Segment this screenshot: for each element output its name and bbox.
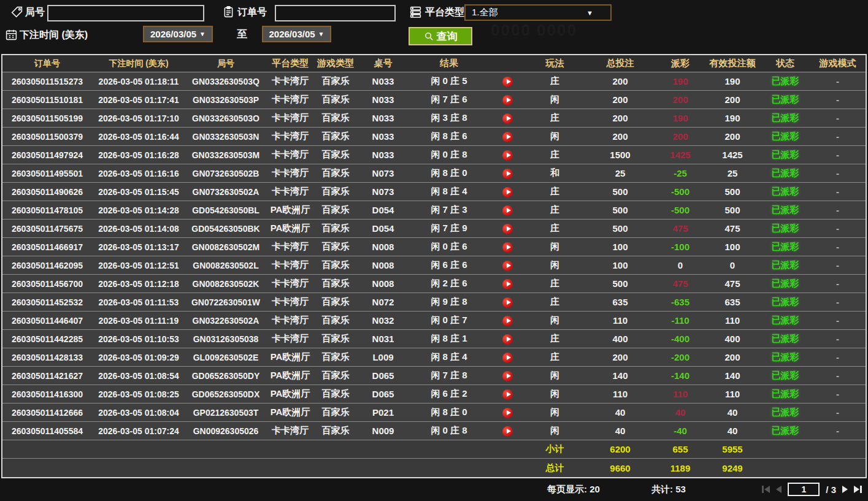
replay-icon[interactable]	[502, 77, 513, 87]
table-row: 2603050114906262026-03-05 01:15:45GN0732…	[2, 183, 866, 201]
replay-icon[interactable]	[502, 187, 513, 197]
cell-platform: PA欧洲厅	[266, 388, 314, 400]
cell-table: N008	[357, 278, 409, 289]
replay-icon[interactable]	[502, 316, 513, 326]
replay-icon[interactable]	[502, 113, 513, 124]
cell-valid: 200	[704, 94, 761, 105]
last-page-button[interactable]	[854, 486, 862, 493]
next-page-button[interactable]	[842, 486, 848, 493]
cell-mode: -	[810, 186, 866, 197]
cell-order: 260305011495501	[2, 169, 92, 178]
cell-game: 百家乐	[314, 407, 357, 418]
cell-table: N008	[357, 242, 409, 252]
cell-table: N009	[357, 426, 409, 436]
cell-round: GN0082630502K	[185, 279, 266, 289]
cell-platform: 卡卡湾厅	[266, 131, 314, 142]
replay-icon[interactable]	[502, 408, 513, 418]
replay-icon[interactable]	[502, 95, 513, 105]
replay-icon[interactable]	[502, 353, 513, 363]
replay-icon[interactable]	[502, 242, 513, 253]
cell-valid: 40	[704, 426, 761, 436]
replay-icon[interactable]	[502, 426, 513, 437]
replay-icon[interactable]	[502, 297, 513, 308]
column-header: 派彩	[656, 58, 704, 69]
platform-type-value: 1.全部	[472, 7, 498, 18]
cell-time: 2026-03-05 01:17:10	[92, 113, 185, 123]
column-header: 玩法	[526, 58, 584, 69]
cell-status: 已派彩	[761, 112, 810, 124]
cell-valid: 110	[704, 315, 761, 326]
first-page-button[interactable]	[762, 486, 770, 493]
page-number-input[interactable]	[788, 483, 820, 496]
replay-icon[interactable]	[502, 334, 513, 345]
cell-table: N072	[357, 297, 409, 307]
replay-icon[interactable]	[502, 150, 513, 161]
cell-play: 庄	[526, 186, 584, 197]
cell-replay	[489, 112, 526, 124]
cell-bet: 200	[584, 131, 656, 142]
cell-time: 2026-03-05 01:16:28	[92, 150, 185, 160]
replay-icon[interactable]	[502, 389, 513, 400]
cell-game: 百家乐	[314, 75, 357, 87]
cell-replay	[489, 370, 526, 381]
cell-bet: 635	[584, 297, 656, 307]
page-size-label: 每页显示: 20	[547, 484, 600, 495]
cell-game: 百家乐	[314, 370, 357, 381]
cell-result: 闲 8 庄 0	[409, 407, 489, 418]
cell-result: 闲 2 庄 6	[409, 278, 489, 289]
platform-type-select[interactable]: 1.全部 ▼	[464, 4, 612, 21]
cell-game: 百家乐	[314, 204, 357, 216]
cell-play: 闲	[526, 370, 584, 381]
replay-icon[interactable]	[502, 169, 513, 179]
table-header-row: 订单号下注时间 (美东)局号平台类型游戏类型桌号结果玩法总投注派彩有效投注额状态…	[2, 55, 866, 72]
cell-order: 260305011416300	[2, 389, 92, 399]
cell-play: 闲	[526, 425, 584, 437]
filter-bar: 局号 订单号 平台类型 1.全部 ▼ 下注时间 (美东) 2026/03/05 …	[0, 0, 868, 54]
round-number-input[interactable]	[47, 5, 204, 21]
cell-play: 庄	[526, 75, 584, 87]
query-button[interactable]: 查询	[409, 27, 472, 45]
cell-time: 2026-03-05 01:08:54	[92, 371, 185, 381]
replay-icon[interactable]	[502, 132, 513, 142]
replay-icon[interactable]	[502, 261, 513, 271]
cell-game: 百家乐	[314, 131, 357, 142]
replay-icon[interactable]	[502, 205, 513, 216]
cell-round: GN0722630501W	[185, 297, 266, 307]
cell-order: 260305011446407	[2, 316, 92, 326]
column-header: 结果	[409, 58, 489, 69]
order-number-input[interactable]	[275, 5, 396, 21]
cell-mode: -	[810, 315, 866, 326]
chevron-down-icon: ▼	[199, 31, 205, 37]
table-row: 2603050114979242026-03-05 01:16:28GN0332…	[2, 146, 866, 164]
cell-valid: 200	[704, 131, 761, 142]
table-row: 2603050114464072026-03-05 01:11:19GN0322…	[2, 312, 866, 330]
cell-status: 已派彩	[761, 351, 810, 363]
cell-platform: 卡卡湾厅	[266, 112, 314, 124]
cell-time: 2026-03-05 01:14:28	[92, 205, 185, 215]
date-from-picker[interactable]: 2026/03/05 ▼	[143, 26, 213, 42]
cell-valid: 500	[704, 205, 761, 215]
replay-icon[interactable]	[502, 279, 513, 289]
cell-order: 260305011456700	[2, 279, 92, 289]
order-number-label: 订单号	[237, 4, 267, 20]
cell-round: GD065263050DY	[185, 371, 266, 381]
cell-round: GN0732630502A	[185, 187, 266, 197]
cell-order: 260305011505199	[2, 113, 92, 123]
cell-valid: 140	[704, 370, 761, 381]
cell-status: 已派彩	[761, 167, 810, 179]
cell-valid: 40	[704, 407, 761, 418]
total-count-label: 共计: 53	[651, 484, 686, 495]
date-to-picker[interactable]: 2026/03/05 ▼	[262, 26, 331, 42]
prev-page-button[interactable]	[776, 486, 782, 493]
replay-icon[interactable]	[502, 371, 513, 381]
replay-icon[interactable]	[502, 224, 513, 234]
cell-game: 百家乐	[314, 167, 357, 179]
cell-order: 260305011428133	[2, 353, 92, 362]
cell-payout: 1425	[656, 150, 704, 160]
date-from-value: 2026/03/05	[150, 29, 196, 39]
cell-platform: PA欧洲厅	[266, 223, 314, 234]
cell-mode: -	[810, 223, 866, 234]
search-icon	[424, 31, 434, 42]
table-row: 2603050114163002026-03-05 01:08:25GD0652…	[2, 385, 866, 403]
cell-status: 已派彩	[761, 278, 810, 289]
